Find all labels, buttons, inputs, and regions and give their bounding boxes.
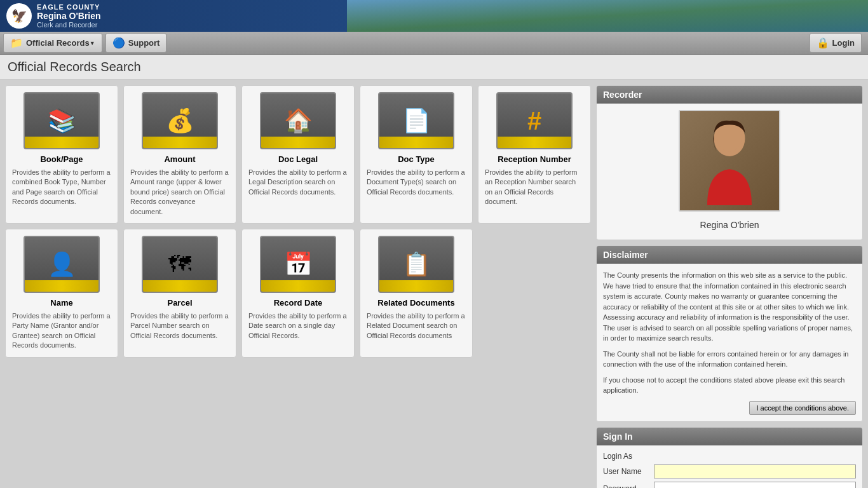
- name-icon-wrapper: [24, 236, 100, 293]
- login-nav[interactable]: 🔒 Login: [810, 33, 862, 53]
- reception-number-desc: Provides the ability to perform an Recep…: [485, 168, 584, 207]
- recorder-name: Regina O'brien: [603, 217, 856, 233]
- card-amount[interactable]: Amount Provides the ability to perform a…: [123, 85, 236, 224]
- county-name: EAGLE COUNTY: [37, 3, 101, 11]
- parcel-title: Parcel: [167, 298, 192, 308]
- recorder-section: Recorder Regina O'brien: [596, 85, 863, 240]
- money-icon: [166, 107, 194, 134]
- disclaimer-header: Disclaimer: [597, 246, 862, 264]
- name-title: Name: [50, 298, 72, 308]
- page-title: Official Records Search: [8, 60, 860, 74]
- support-label: Support: [128, 38, 160, 48]
- username-label: User Name: [603, 467, 654, 476]
- doc-legal-desc: Provides the ability to perform a Legal …: [248, 168, 348, 197]
- support-nav[interactable]: 🔵 Support: [105, 33, 167, 53]
- book-page-title: Book/Page: [40, 154, 83, 164]
- folder-icon: 📁: [10, 37, 23, 49]
- disclaimer-body: The County presents the information on t…: [597, 264, 862, 421]
- logo-area: 🦅 EAGLE COUNTY Regina O'Brien Clerk and …: [6, 3, 101, 29]
- house-icon: [284, 107, 313, 134]
- reception-number-title: Reception Number: [498, 154, 571, 164]
- amount-icon-wrapper: [142, 92, 218, 149]
- card-book-page[interactable]: Book/Page Provides the ability to perfor…: [5, 85, 118, 224]
- amount-desc: Provides the ability to perform a Amount…: [130, 168, 229, 217]
- parcel-icon-wrapper: [142, 236, 218, 293]
- doc-type-desc: Provides the ability to perform a Docume…: [367, 168, 466, 197]
- book-page-desc: Provides the ability to perform a combin…: [12, 168, 111, 207]
- clerk-name: Regina O'Brien: [37, 11, 101, 21]
- doc-type-icon-wrapper: [378, 92, 454, 149]
- doc-legal-icon-wrapper: [260, 92, 336, 149]
- card-reception-number[interactable]: Reception Number Provides the ability to…: [478, 85, 591, 224]
- clerk-title: Clerk and Recorder: [37, 21, 101, 29]
- password-label: Password: [603, 484, 654, 489]
- search-area: Book/Page Provides the ability to perfor…: [5, 85, 591, 488]
- card-row-1: Book/Page Provides the ability to perfor…: [5, 85, 591, 224]
- disclaimer-text1: The County presents the information on t…: [603, 270, 856, 344]
- sign-in-header: Sign In: [597, 428, 862, 445]
- support-icon: 🔵: [112, 37, 125, 49]
- username-row: User Name: [603, 464, 856, 478]
- sign-in-body: Login As User Name Password: [597, 445, 862, 489]
- books-icon: [48, 107, 76, 134]
- record-date-icon-wrapper: [260, 236, 336, 293]
- related-docs-desc: Provides the ability to perform a Relate…: [367, 311, 466, 341]
- calendar-icon: [284, 251, 313, 278]
- page-title-bar: Official Records Search: [0, 55, 868, 80]
- card-doc-legal[interactable]: Doc Legal Provides the ability to perfor…: [241, 85, 355, 224]
- hash-icon: [527, 107, 541, 135]
- header-landscape: [347, 0, 868, 32]
- password-row: Password: [603, 482, 856, 489]
- card-related-documents[interactable]: Related Documents Provides the ability t…: [360, 229, 473, 358]
- official-records-nav[interactable]: 📁 Official Records: [3, 33, 102, 53]
- card-doc-type[interactable]: Doc Type Provides the ability to perform…: [360, 85, 473, 224]
- parcel-desc: Provides the ability to perform a Parcel…: [130, 311, 229, 341]
- recorder-header: Recorder: [597, 86, 862, 104]
- card-record-date[interactable]: Record Date Provides the ability to perf…: [241, 229, 355, 358]
- username-input[interactable]: [654, 464, 856, 478]
- amount-title: Amount: [164, 154, 195, 164]
- reception-icon-wrapper: [496, 92, 573, 149]
- person-icon: [48, 251, 76, 278]
- official-records-label: Official Records: [26, 38, 90, 48]
- card-parcel[interactable]: Parcel Provides the ability to perform a…: [123, 229, 236, 358]
- recorder-photo: [679, 110, 780, 212]
- navbar: 📁 Official Records 🔵 Support 🔒 Login: [0, 32, 868, 55]
- record-date-title: Record Date: [274, 298, 323, 308]
- header-text: EAGLE COUNTY Regina O'Brien Clerk and Re…: [37, 3, 101, 29]
- doc-type-title: Doc Type: [398, 154, 435, 164]
- doc-legal-title: Doc Legal: [278, 154, 318, 164]
- disclaimer-text3: If you choose not to accept the conditio…: [603, 375, 856, 396]
- accept-button[interactable]: I accept the conditions above.: [749, 401, 856, 415]
- sign-in-section: Sign In Login As User Name Password: [596, 427, 863, 489]
- login-as-label: Login As: [603, 452, 856, 461]
- record-date-desc: Provides the ability to perform a Date s…: [248, 311, 348, 341]
- recorder-body: Regina O'brien: [597, 104, 862, 240]
- lock-icon: 🔒: [817, 37, 829, 49]
- disclaimer-text2: The County shall not be liable for error…: [603, 349, 856, 370]
- document-icon: [402, 107, 431, 134]
- eagle-logo: 🦅: [6, 3, 32, 29]
- map-icon: [168, 251, 191, 278]
- password-input[interactable]: [654, 482, 856, 489]
- main-layout: Book/Page Provides the ability to perfor…: [0, 80, 868, 488]
- book-page-icon-wrapper: [24, 92, 100, 149]
- name-desc: Provides the ability to perform a Party …: [12, 311, 111, 351]
- related-docs-icon-wrapper: [378, 236, 454, 293]
- header: 🦅 EAGLE COUNTY Regina O'Brien Clerk and …: [0, 0, 868, 32]
- disclaimer-section: Disclaimer The County presents the infor…: [596, 245, 863, 422]
- login-label: Login: [832, 38, 855, 48]
- svg-point-1: [717, 123, 742, 152]
- card-name[interactable]: Name Provides the ability to perform a P…: [5, 229, 118, 358]
- right-panel: Recorder Regina O'brien Dis: [596, 85, 863, 488]
- related-docs-icon: [402, 251, 431, 278]
- card-row-2: Name Provides the ability to perform a P…: [5, 229, 591, 358]
- related-docs-title: Related Documents: [377, 298, 454, 308]
